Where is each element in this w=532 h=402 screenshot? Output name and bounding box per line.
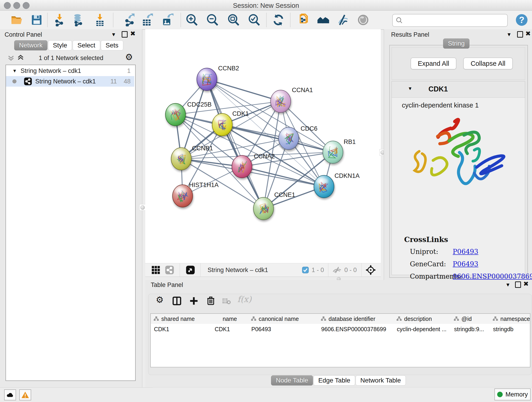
expand-all-button[interactable]: Expand All (411, 57, 456, 70)
network-node-CCNA1[interactable] (271, 90, 291, 113)
network-row[interactable]: String Network – cdk1 11 48 (6, 76, 134, 87)
import-network-icon[interactable] (53, 13, 66, 27)
results-panel-close-icon[interactable]: ✖ (525, 31, 531, 36)
warnings-button[interactable] (19, 389, 31, 400)
table-row-cell[interactable]: CDK1 (215, 324, 249, 334)
column-header-name[interactable]: name (211, 314, 248, 324)
node-label-CDC6: CDC6 (301, 125, 317, 132)
network-options-gear-icon[interactable]: ⚙ (125, 53, 133, 61)
import-table-icon[interactable] (93, 13, 107, 27)
gene-description: cyclin-dependent kinase 1 (402, 102, 479, 109)
refresh-icon[interactable] (272, 13, 285, 27)
show-columns-icon[interactable] (172, 296, 181, 306)
delete-column-icon[interactable] (206, 296, 215, 305)
column-header-description[interactable]: description (394, 314, 451, 324)
column-header-canonical-name[interactable]: canonical name (248, 314, 318, 324)
show-hidden-icon[interactable] (356, 13, 370, 27)
gene-section: ▼ CDK1 cyclin-dependent kinase 1 (392, 81, 525, 275)
memory-button[interactable]: Memory (494, 389, 531, 400)
column-header-id[interactable]: @id (451, 314, 490, 324)
results-panel-collapse-icon[interactable]: ▼ (507, 32, 512, 38)
table-panel-float-icon[interactable] (515, 281, 521, 288)
table-row-cell[interactable]: 9606.ENSP00000378699 (321, 324, 394, 334)
control-panel-collapse-icon[interactable]: ▼ (111, 32, 116, 38)
search-input[interactable] (405, 16, 507, 25)
network-node-CCNB2[interactable] (197, 68, 217, 90)
left-splitter-toggle[interactable] (139, 204, 146, 211)
network-edges[interactable] (176, 79, 333, 209)
pan-crosshair-icon[interactable] (366, 265, 376, 275)
gene-section-header[interactable]: ▼ CDK1 (392, 81, 525, 98)
import-database-icon[interactable] (71, 13, 85, 27)
column-header-database-identifier[interactable]: database identifier (318, 314, 394, 324)
results-panel-title: Results Panel (391, 31, 429, 38)
zoom-fit-icon[interactable] (227, 13, 240, 27)
results-panel-float-icon[interactable] (517, 31, 523, 38)
network-node-CCNB1[interactable] (171, 148, 191, 170)
zoom-selected-icon[interactable] (247, 13, 261, 27)
help-icon[interactable]: ? (515, 13, 528, 27)
export-table-icon[interactable] (141, 13, 154, 27)
control-panel-close-icon[interactable]: ✖ (130, 31, 135, 36)
tab-select[interactable]: Select (73, 40, 100, 51)
tab-style[interactable]: Style (48, 40, 72, 51)
crosslink-label: Uniprot: (410, 248, 438, 255)
open-session-icon[interactable] (10, 13, 23, 27)
network-node-RB1[interactable] (323, 141, 343, 163)
network-edge-CCNB2-CCNA1[interactable] (207, 79, 281, 101)
collapse-all-button[interactable]: Collapse All (463, 57, 513, 70)
network-canvas[interactable]: CCNB2CCNA1CDC25BCDK1CDC6RB1CCNB1CCNA2CDK… (145, 29, 381, 263)
network-node-CCNE1[interactable] (253, 197, 273, 220)
network-node-CDC25B[interactable] (165, 103, 186, 126)
open-in-window-icon[interactable] (186, 265, 195, 274)
export-image-icon[interactable] (161, 13, 174, 27)
birds-eye-grid-icon[interactable] (151, 265, 160, 274)
network-view-share-icon[interactable] (165, 265, 174, 274)
zoom-in-icon[interactable] (185, 13, 198, 27)
tab-network-table[interactable]: Network Table (355, 375, 406, 385)
table-panel-close-icon[interactable]: ✖ (523, 281, 529, 287)
table-row-cell[interactable]: stringdb (493, 324, 530, 334)
table-row-cell[interactable]: CDK1 (154, 324, 211, 334)
control-panel-float-icon[interactable] (122, 31, 128, 38)
table-row-cell[interactable]: cyclin-dependent ... (397, 324, 452, 334)
table-options-gear-icon[interactable]: ⚙ (156, 295, 164, 304)
clone-network-icon[interactable] (297, 13, 310, 27)
network-tree: ▼ String Network – cdk1 1 String Network… (6, 65, 136, 381)
collection-expand-icon[interactable]: ▼ (12, 68, 17, 74)
tab-network[interactable]: Network (14, 40, 47, 51)
tab-node-table[interactable]: Node Table (271, 375, 313, 385)
network-node-CDC6[interactable] (279, 127, 299, 150)
export-network-icon[interactable] (123, 13, 136, 27)
collection-label: String Network – cdk1 (21, 67, 81, 75)
network-node-CDK1[interactable] (212, 114, 232, 136)
network-view-title: String Network – cdk1 (208, 267, 268, 274)
table-row-cell[interactable]: stringdb:9... (454, 324, 491, 334)
network-overview-icon[interactable] (317, 13, 330, 27)
network-node-CCNA2[interactable] (232, 155, 252, 178)
add-column-icon[interactable] (189, 296, 198, 306)
column-header-shared-name[interactable]: shared name (151, 314, 212, 324)
network-node-CDKN1A[interactable] (314, 175, 334, 198)
svg-text:?: ? (519, 15, 524, 25)
selected-nodes-checkbox-icon[interactable] (302, 267, 309, 274)
crosslink-genecard-link[interactable]: P06493 (453, 260, 478, 268)
zoom-out-icon[interactable] (206, 13, 219, 27)
node-label-RB1: RB1 (344, 138, 356, 145)
table-panel-collapse-icon[interactable]: ▼ (505, 282, 510, 288)
cloud-status-button[interactable] (4, 389, 16, 400)
save-session-icon[interactable] (30, 13, 43, 27)
tab-string[interactable]: String (443, 38, 469, 49)
hidden-eye-slash-icon[interactable] (332, 266, 342, 274)
hide-selected-eye-slash-icon[interactable] (336, 13, 350, 27)
column-header-namespace[interactable]: namespace (490, 314, 530, 324)
crosslink-uniprot-link[interactable]: P06493 (453, 248, 478, 255)
network-share-icon (24, 77, 32, 85)
tab-sets[interactable]: Sets (101, 40, 123, 51)
table-row-cell[interactable]: P06493 (251, 324, 318, 334)
tab-edge-table[interactable]: Edge Table (313, 375, 355, 385)
gene-collapse-icon[interactable]: ▼ (408, 86, 412, 91)
network-collection-row[interactable]: ▼ String Network – cdk1 1 (6, 65, 134, 76)
node-label-CCNA2: CCNA2 (254, 153, 275, 160)
crosslink-compartments-link[interactable]: 9606.ENSP00000378699 (453, 273, 532, 280)
